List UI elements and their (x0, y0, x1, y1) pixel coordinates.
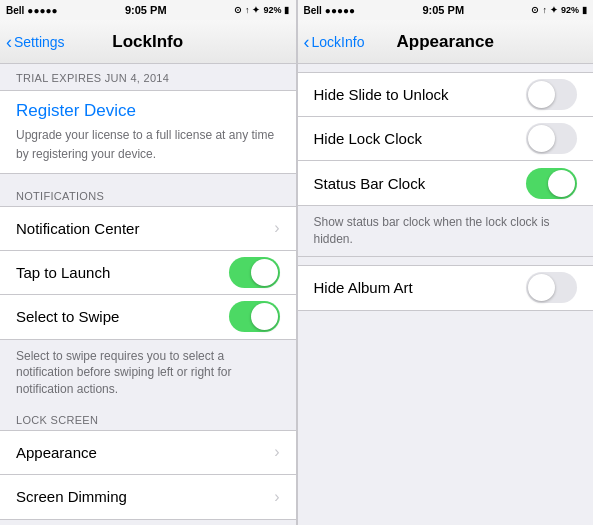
left-carrier: Bell (6, 5, 24, 16)
hide-lock-clock-row[interactable]: Hide Lock Clock (298, 117, 594, 161)
left-status-left: Bell ●●●●● (6, 5, 58, 16)
status-bar-clock-toggle[interactable] (526, 168, 577, 199)
left-location-icon: ⊙ (234, 5, 242, 15)
status-bar-clock-toggle-thumb (548, 170, 575, 197)
left-battery-pct: 92% (263, 5, 281, 15)
select-desc: Select to swipe requires you to select a… (0, 340, 296, 406)
register-link[interactable]: Register Device (16, 101, 280, 121)
right-status-bar: Bell ●●●●● 9:05 PM ⊙ ↑ ✦ 92% ▮ (298, 0, 594, 20)
appearance-chevron-icon: › (274, 443, 279, 461)
hide-album-art-row[interactable]: Hide Album Art (298, 266, 594, 310)
right-nav-bar: ‹ LockInfo Appearance (298, 20, 594, 64)
tap-to-launch-toggle-thumb (251, 259, 278, 286)
tap-to-launch-label: Tap to Launch (16, 264, 229, 281)
right-nav-title: Appearance (397, 32, 494, 52)
right-panel: Bell ●●●●● 9:05 PM ⊙ ↑ ✦ 92% ▮ ‹ LockInf… (297, 0, 594, 525)
left-back-button[interactable]: ‹ Settings (6, 33, 65, 51)
notification-center-chevron-icon: › (274, 219, 279, 237)
select-to-swipe-toggle[interactable] (229, 301, 280, 332)
left-battery-icon: ▮ (284, 5, 289, 15)
trial-text: TRIAL EXPIRES JUN 4, 2014 (0, 64, 296, 90)
right-battery-icon: ▮ (582, 5, 587, 15)
hide-slide-row[interactable]: Hide Slide to Unlock (298, 73, 594, 117)
notifications-table: Notification Center › Tap to Launch Sele… (0, 206, 296, 340)
left-arrow-icon: ↑ (245, 5, 250, 15)
screen-dimming-chevron-icon: › (274, 488, 279, 506)
left-nav-title: LockInfo (112, 32, 183, 52)
right-arrow-icon: ↑ (542, 5, 547, 15)
hide-lock-clock-toggle-thumb (528, 125, 555, 152)
right-carrier: Bell (304, 5, 322, 16)
lock-screen-table: Appearance › Screen Dimming › (0, 430, 296, 520)
tap-to-launch-toggle[interactable] (229, 257, 280, 288)
left-back-label: Settings (14, 34, 65, 50)
left-back-chevron-icon: ‹ (6, 33, 12, 51)
left-time: 9:05 PM (125, 4, 167, 16)
hide-album-art-toggle[interactable] (526, 272, 577, 303)
notifications-header: NOTIFICATIONS (0, 182, 296, 206)
left-status-right: ⊙ ↑ ✦ 92% ▮ (234, 5, 290, 15)
select-to-swipe-row[interactable]: Select to Swipe (0, 295, 296, 339)
hide-slide-label: Hide Slide to Unlock (314, 86, 527, 103)
register-row: Register Device Upgrade your license to … (0, 90, 296, 174)
right-bluetooth-icon: ✦ (550, 5, 558, 15)
hide-slide-toggle[interactable] (526, 79, 577, 110)
right-status-left: Bell ●●●●● (304, 5, 356, 16)
right-back-button[interactable]: ‹ LockInfo (304, 33, 365, 51)
screen-dimming-label: Screen Dimming (16, 488, 274, 505)
right-time: 9:05 PM (422, 4, 464, 16)
right-signal-icon: ●●●●● (325, 5, 355, 16)
hide-album-art-table: Hide Album Art (298, 265, 594, 311)
notification-center-row[interactable]: Notification Center › (0, 207, 296, 251)
right-content: Hide Slide to Unlock Hide Lock Clock Sta… (298, 64, 594, 525)
left-signal-icon: ●●●●● (27, 5, 57, 16)
select-to-swipe-toggle-thumb (251, 303, 278, 330)
left-panel: Bell ●●●●● 9:05 PM ⊙ ↑ ✦ 92% ▮ ‹ Setting… (0, 0, 297, 525)
left-content: TRIAL EXPIRES JUN 4, 2014 Register Devic… (0, 64, 296, 525)
register-desc: Upgrade your license to a full license a… (16, 128, 274, 161)
notification-center-label: Notification Center (16, 220, 274, 237)
right-back-label: LockInfo (312, 34, 365, 50)
left-bluetooth-icon: ✦ (252, 5, 260, 15)
right-back-chevron-icon: ‹ (304, 33, 310, 51)
right-location-icon: ⊙ (531, 5, 539, 15)
right-battery-pct: 92% (561, 5, 579, 15)
appearance-row[interactable]: Appearance › (0, 431, 296, 475)
hide-album-art-label: Hide Album Art (314, 279, 527, 296)
lock-screen-header: LOCK SCREEN (0, 406, 296, 430)
right-status-right: ⊙ ↑ ✦ 92% ▮ (531, 5, 587, 15)
tap-to-launch-row[interactable]: Tap to Launch (0, 251, 296, 295)
appearance-label: Appearance (16, 444, 274, 461)
hide-lock-clock-label: Hide Lock Clock (314, 130, 527, 147)
left-status-bar: Bell ●●●●● 9:05 PM ⊙ ↑ ✦ 92% ▮ (0, 0, 296, 20)
screen-dimming-row[interactable]: Screen Dimming › (0, 475, 296, 519)
appearance-table: Hide Slide to Unlock Hide Lock Clock Sta… (298, 72, 594, 206)
status-bar-clock-label: Status Bar Clock (314, 175, 527, 192)
left-nav-bar: ‹ Settings LockInfo (0, 20, 296, 64)
hide-slide-toggle-thumb (528, 81, 555, 108)
select-to-swipe-label: Select to Swipe (16, 308, 229, 325)
status-bar-clock-row[interactable]: Status Bar Clock (298, 161, 594, 205)
hide-lock-clock-toggle[interactable] (526, 123, 577, 154)
status-bar-clock-desc: Show status bar clock when the lock cloc… (298, 206, 594, 257)
hide-album-art-toggle-thumb (528, 274, 555, 301)
